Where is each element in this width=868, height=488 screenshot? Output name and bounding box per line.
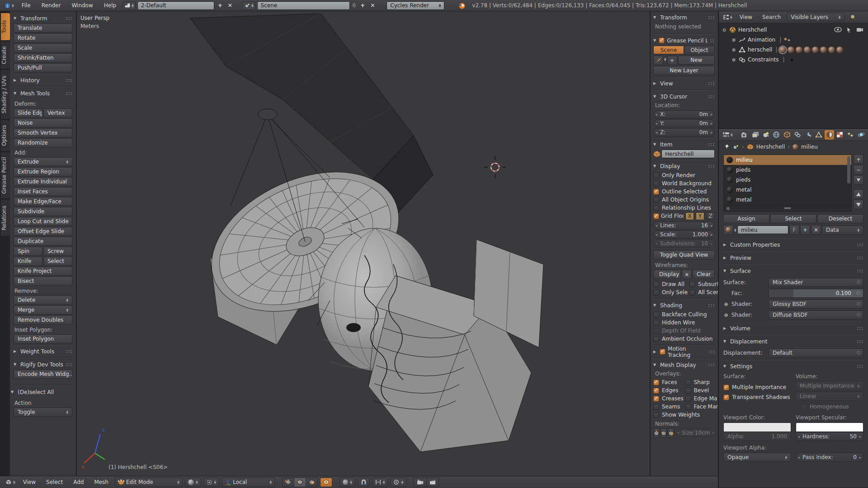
only-render-checkbox[interactable] — [653, 173, 659, 178]
delete-scene-button[interactable]: ✕ — [368, 2, 377, 9]
shrink-fatten-button[interactable]: Shrink/Fatten — [14, 53, 72, 62]
bevel-row[interactable]: Bevel — [685, 386, 718, 394]
edge-mark-row[interactable]: Edge Ma — [685, 394, 718, 403]
delete-button[interactable]: Delete — [14, 296, 72, 305]
ambient-occlusion-checkbox[interactable] — [653, 336, 659, 342]
multiple-importance-checkbox[interactable] — [723, 385, 729, 390]
tab-data-icon[interactable] — [814, 130, 823, 140]
noise-button[interactable]: Noise — [14, 118, 72, 127]
material-slot[interactable]: pieds — [724, 175, 851, 185]
viewport-color-swatch[interactable] — [723, 422, 791, 432]
face-normals-toggle[interactable] — [668, 428, 674, 438]
draw-all-checkbox[interactable] — [653, 282, 659, 287]
add-scene-button[interactable]: + — [359, 2, 367, 9]
drag-grip-icon[interactable] — [708, 350, 715, 354]
outline-selected-checkbox[interactable] — [653, 189, 659, 195]
faces-checkbox[interactable] — [653, 380, 659, 385]
outliner-row-animation[interactable]: ⊕ Animation | — [722, 35, 866, 45]
drag-grip-icon[interactable] — [857, 243, 863, 247]
action-select[interactable]: Toggle — [14, 408, 72, 417]
sharp-row[interactable]: Sharp — [685, 378, 718, 386]
limit-selection-visible-button[interactable] — [320, 478, 332, 487]
tab-modifiers-icon[interactable] — [803, 130, 812, 140]
only-render-row[interactable]: Only Render — [653, 171, 715, 179]
grid-scale-field[interactable]: Scale:1.000 — [653, 230, 715, 239]
screen-layout-field[interactable]: 2-Default — [137, 1, 214, 10]
cursor-y-field[interactable]: Y:0m — [653, 119, 715, 127]
screen-layout-icon-button[interactable] — [123, 1, 136, 10]
mode-select[interactable]: Edit Mode — [115, 478, 183, 487]
panel-transform-header[interactable]: ▼ Transform — [14, 13, 72, 23]
np-motion-tracking-header[interactable]: ▶ Motion Tracking — [653, 347, 715, 357]
gp-draw-tool-button[interactable] — [653, 56, 663, 65]
scene-breadcrumb-icon[interactable] — [732, 144, 739, 150]
subdivide-button[interactable]: Subdivide — [14, 207, 72, 216]
tab-constraints-icon[interactable] — [793, 130, 802, 140]
outliner-row-constraints[interactable]: ⊕ Constraints | — [722, 55, 866, 65]
motion-tracking-checkbox[interactable] — [660, 349, 665, 355]
vertex-normals-toggle[interactable] — [653, 428, 660, 438]
preview-header[interactable]: ▶Preview — [723, 253, 863, 263]
multiple-importance-row[interactable]: Multiple Importance — [723, 382, 791, 392]
all-object-origins-checkbox[interactable] — [653, 197, 659, 203]
np-mesh-display-header[interactable]: ▼ Mesh Display — [653, 360, 715, 370]
pivot-point-select[interactable] — [203, 478, 220, 487]
tab-tools[interactable]: Tools — [1, 13, 10, 40]
all-scenes-row[interactable]: All Scenes — [689, 288, 718, 296]
drag-grip-icon[interactable] — [857, 340, 863, 343]
move-slot-down-button[interactable] — [854, 200, 863, 209]
show-weights-checkbox[interactable] — [653, 412, 659, 418]
offset-edge-slide-button[interactable]: Offset Edge Slide — [14, 227, 72, 236]
draw-all-row[interactable]: Draw All — [653, 280, 688, 288]
edge-mark-checkbox[interactable] — [685, 396, 691, 402]
outliner-filter-select[interactable]: Visible Layers — [787, 13, 844, 21]
menu-file[interactable]: File — [17, 2, 35, 9]
world-background-checkbox[interactable] — [653, 181, 659, 187]
tab-options[interactable]: Options — [1, 120, 10, 151]
shader1-select[interactable]: Glossy BSDF — [769, 300, 863, 309]
translate-button[interactable]: Translate — [14, 23, 72, 33]
drag-grip-icon[interactable] — [708, 143, 715, 146]
edges-row[interactable]: Edges — [653, 386, 684, 394]
pass-index-field[interactable]: Pass Index:0 — [796, 453, 863, 462]
list-scrollbar[interactable] — [847, 156, 850, 183]
viewport-shading-select[interactable] — [185, 478, 201, 487]
np-grease-pencil-header[interactable]: ▼ Grease Pencil Layers — [653, 35, 715, 46]
material-sphere-icon[interactable] — [788, 47, 794, 53]
hardness-field[interactable]: Hardness:50 — [796, 432, 863, 441]
remove-doubles-button[interactable]: Remove Doubles — [14, 315, 72, 324]
shader2-select[interactable]: Diffuse BSDF — [769, 310, 863, 319]
gp-object-toggle[interactable]: Object — [684, 46, 715, 54]
viewport-specular-swatch[interactable] — [796, 422, 863, 432]
remove-material-slot-button[interactable]: − — [854, 165, 863, 174]
editor-type-outliner-button[interactable] — [722, 14, 734, 20]
show-weights-row[interactable]: Show Weights — [653, 411, 715, 419]
displacement-select[interactable]: Default — [769, 348, 863, 357]
encode-mesh-widget-button[interactable]: Encode Mesh Widg... — [14, 370, 72, 379]
breadcrumb-object[interactable]: Hershchell — [756, 144, 785, 150]
viewport-3d[interactable]: z x User Persp Meters (1) Hershchell <S0… — [77, 11, 650, 476]
extrude-menu-arrows-icon[interactable] — [66, 160, 68, 164]
rotate-button[interactable]: Rotate — [14, 33, 72, 42]
drag-grip-icon[interactable] — [710, 39, 715, 42]
snap-target-select[interactable] — [390, 478, 406, 487]
faces-row[interactable]: Faces — [653, 378, 684, 386]
wireframe-clear-x-button[interactable]: ✕ — [682, 270, 692, 279]
redo-panel-header[interactable]: ▼ (De)select All — [11, 387, 72, 397]
tab-grease-pencil[interactable]: Grease Pencil — [1, 152, 10, 198]
outliner-menu-search[interactable]: Search — [758, 14, 785, 20]
tab-scene-icon[interactable] — [761, 130, 770, 140]
knife-project-button[interactable]: Knife Project — [14, 267, 72, 276]
material-slot[interactable]: metal — [724, 195, 851, 205]
tab-object-icon[interactable] — [783, 130, 792, 140]
inset-faces-button[interactable]: Inset Faces — [14, 187, 72, 196]
inset-polygon-button[interactable]: Inset Polygon — [14, 334, 72, 343]
seams-row[interactable]: Seams — [653, 403, 684, 411]
outliner-row-root[interactable]: ⊖ Hershchell — [722, 25, 866, 35]
add-menu[interactable]: Add — [69, 479, 88, 485]
bevel-checkbox[interactable] — [685, 388, 691, 394]
new-material-button[interactable]: + — [800, 225, 810, 235]
expand-plus-icon[interactable]: ⊕ — [731, 47, 736, 52]
list-resize-grip[interactable]: ⊕══ — [724, 205, 851, 211]
drag-grip-icon[interactable] — [857, 269, 863, 273]
